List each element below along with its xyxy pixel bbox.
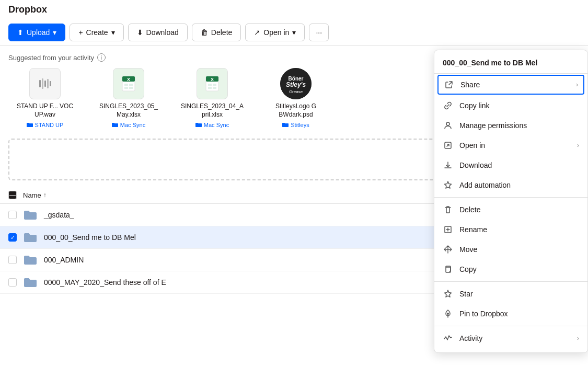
- copy-link-label: Copy link: [459, 101, 579, 110]
- select-all-checkbox[interactable]: —: [8, 191, 17, 199]
- svg-text:Stley's: Stley's: [286, 81, 306, 88]
- pin-icon: [443, 308, 453, 319]
- svg-rect-11: [129, 87, 133, 89]
- manage-permissions-label: Manage permissions: [459, 121, 579, 130]
- svg-point-24: [446, 122, 449, 125]
- upload-button[interactable]: ⬆ Upload ▾: [8, 24, 65, 41]
- menu-divider-3: [434, 326, 587, 326]
- upload-icon: ⬆: [17, 28, 24, 37]
- header: Dropbox: [0, 0, 588, 19]
- file-thumb-audio: [29, 68, 61, 99]
- menu-item-move[interactable]: Move: [434, 239, 587, 259]
- menu-divider-1: [434, 197, 587, 198]
- download-icon: ⬇: [137, 28, 143, 37]
- context-menu: 000_00_Send me to DB Mel Share › Copy li…: [434, 50, 588, 353]
- svg-rect-4: [50, 81, 51, 86]
- create-button[interactable]: + Create ▾: [70, 24, 123, 41]
- copy-label: Copy: [459, 265, 579, 273]
- open-in-icon: ↗: [254, 28, 260, 37]
- share-icon: [444, 79, 454, 90]
- svg-text:Grease: Grease: [289, 89, 303, 94]
- menu-item-activity[interactable]: Activity ›: [434, 328, 587, 348]
- menu-item-manage-permissions[interactable]: Manage permissions: [434, 116, 587, 135]
- move-label: Move: [459, 245, 579, 254]
- info-icon[interactable]: i: [97, 53, 106, 62]
- download-button[interactable]: ⬇ Download: [128, 24, 188, 41]
- context-menu-title: 000_00_Send me to DB Mel: [434, 54, 587, 74]
- file-name-0: STAND UP F... VOCUP.wav: [17, 102, 73, 119]
- folder-icon: [23, 277, 38, 288]
- menu-item-add-automation[interactable]: Add automation: [434, 175, 587, 195]
- open-in-button[interactable]: ↗ Open in ▾: [245, 24, 305, 41]
- delete-button[interactable]: 🗑 Delete: [192, 24, 241, 41]
- pin-label: Pin to Dropbox: [459, 310, 579, 318]
- rename-label: Rename: [459, 225, 579, 234]
- move-icon: [443, 244, 453, 255]
- row-checkbox-1[interactable]: [8, 233, 17, 242]
- add-automation-label: Add automation: [459, 181, 579, 189]
- menu-item-pin[interactable]: Pin to Dropbox: [434, 304, 587, 324]
- folder-icon: [23, 209, 38, 221]
- svg-rect-10: [124, 87, 128, 89]
- menu-item-share[interactable]: Share ›: [437, 75, 584, 95]
- activity-arrow-icon: ›: [577, 335, 579, 342]
- file-folder-2: Mac Sync: [195, 122, 229, 128]
- svg-rect-1: [42, 78, 43, 89]
- open-in-menu-icon: [443, 140, 453, 151]
- row-checkbox-3[interactable]: [8, 278, 17, 287]
- file-folder-3: Stitleys: [282, 122, 309, 128]
- rename-icon: [443, 224, 453, 235]
- file-folder-0: STAND UP: [27, 122, 64, 128]
- svg-rect-3: [47, 79, 49, 88]
- svg-rect-8: [124, 84, 128, 86]
- suggested-file-2[interactable]: X SINGLES_2023_04_April.xlsx Mac Sync: [176, 68, 249, 128]
- menu-item-delete[interactable]: Delete: [434, 200, 587, 220]
- menu-item-download[interactable]: Download: [434, 155, 587, 175]
- svg-rect-18: [213, 87, 216, 89]
- name-column-header[interactable]: Name ↑: [23, 191, 47, 199]
- more-button[interactable]: ···: [309, 24, 329, 41]
- svg-text:X: X: [127, 77, 130, 82]
- suggested-file-1[interactable]: X SINGLES_2023_05_May.xlsx Mac Sync: [92, 68, 165, 128]
- menu-item-copy[interactable]: Copy: [434, 259, 587, 279]
- svg-rect-9: [129, 84, 133, 86]
- suggested-file-3[interactable]: Böner Stley's Grease StitleysLogo GBWdar…: [259, 68, 332, 128]
- download-label: Download: [459, 161, 579, 169]
- svg-point-28: [447, 313, 449, 315]
- share-arrow-icon: ›: [576, 81, 578, 88]
- menu-item-star[interactable]: Star: [434, 284, 587, 304]
- manage-permissions-icon: [443, 120, 453, 131]
- file-name-2: SINGLES_2023_04_April.xlsx: [181, 102, 244, 119]
- svg-rect-2: [44, 81, 46, 87]
- open-in-arrow-icon: ›: [577, 142, 579, 149]
- share-label: Share: [460, 81, 570, 89]
- toolbar: ⬆ Upload ▾ + Create ▾ ⬇ Download 🗑 Delet…: [0, 19, 588, 46]
- activity-label: Activity: [459, 334, 571, 342]
- menu-item-rename[interactable]: Rename: [434, 220, 587, 239]
- suggested-file-0[interactable]: STAND UP F... VOCUP.wav STAND UP: [8, 68, 82, 128]
- row-checkbox-0[interactable]: [8, 211, 17, 219]
- trash-icon: 🗑: [201, 28, 208, 37]
- file-name-3: StitleysLogo GBWdark.psd: [275, 102, 316, 119]
- menu-item-open-in[interactable]: Open in ›: [434, 135, 587, 155]
- file-thumb-excel-2: X: [197, 68, 228, 99]
- star-label: Star: [459, 290, 579, 298]
- file-name-1: SINGLES_2023_05_May.xlsx: [99, 102, 158, 119]
- create-chevron-icon: ▾: [111, 28, 115, 37]
- create-icon: +: [78, 28, 83, 37]
- svg-text:X: X: [211, 77, 214, 82]
- open-in-chevron-icon: ▾: [292, 28, 296, 37]
- download-menu-icon: [443, 160, 453, 170]
- open-in-label: Open in: [459, 141, 571, 150]
- folder-icon: [23, 232, 38, 243]
- svg-rect-16: [213, 84, 216, 86]
- activity-icon: [443, 333, 453, 344]
- minus-icon: —: [9, 192, 16, 198]
- folder-icon: [23, 254, 38, 266]
- upload-chevron-icon: ▾: [53, 28, 56, 37]
- delete-label: Delete: [459, 205, 579, 214]
- copy-icon: [443, 264, 453, 274]
- row-checkbox-2[interactable]: [8, 256, 17, 264]
- file-thumb-excel-1: X: [113, 68, 144, 99]
- menu-item-copy-link[interactable]: Copy link: [434, 96, 587, 116]
